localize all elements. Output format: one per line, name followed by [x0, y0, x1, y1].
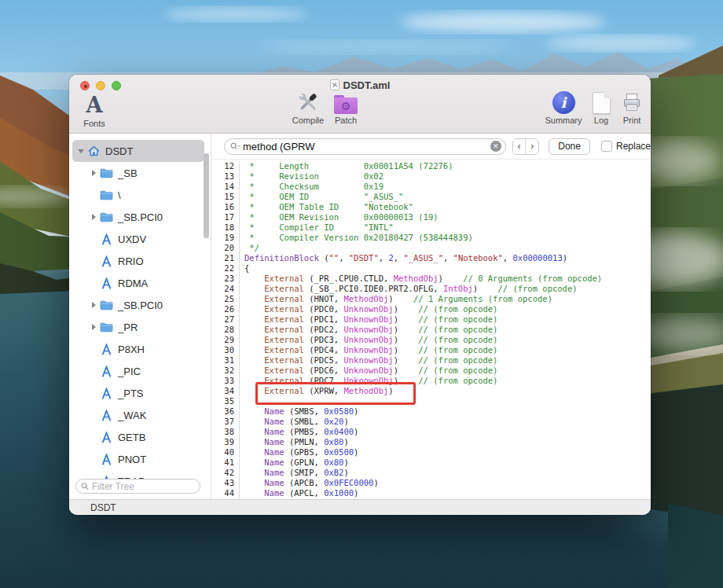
sidebar-item-sb[interactable]: _SB — [72, 162, 204, 184]
folder-icon — [99, 167, 113, 179]
code-line[interactable]: 40 Name (GPBS, 0x0500) — [211, 447, 651, 458]
clear-search-icon[interactable]: ✕ — [490, 141, 501, 152]
code-line[interactable]: 25 External (HNOT, MethodObj) // 1 Argum… — [211, 294, 651, 304]
compile-button[interactable]: Compile — [288, 89, 328, 125]
filter-tree-input[interactable] — [92, 481, 195, 492]
code-line[interactable]: 31 External (PDC5, UnknownObj) // (from … — [211, 355, 651, 366]
filter-tree-field[interactable] — [75, 479, 200, 494]
chevron-right-icon[interactable] — [88, 302, 99, 308]
code-line[interactable]: 35 — [211, 396, 651, 406]
replace-option[interactable]: Replace — [601, 141, 651, 152]
line-text: External (PDC5, UnknownObj) // (from opc… — [240, 355, 497, 366]
code-line[interactable]: 28 External (PDC2, UnknownObj) // (from … — [211, 325, 651, 335]
line-text: External (PDC0, UnknownObj) // (from opc… — [240, 304, 497, 314]
home-icon — [86, 145, 101, 157]
code-line[interactable]: 18 * Compiler ID "INTL" — [211, 222, 651, 233]
code-line[interactable]: 30 External (PDC4, UnknownObj) // (from … — [211, 345, 651, 355]
sidebar-item-pnot[interactable]: PNOT — [72, 448, 204, 470]
line-text: * Compiler ID "INTL" — [240, 222, 394, 233]
line-number: 39 — [211, 437, 240, 447]
code-line[interactable]: 39 Name (PMLN, 0x80) — [211, 437, 651, 447]
line-number: 27 — [211, 314, 240, 325]
code-line[interactable]: 13 * Revision 0x02 — [211, 171, 651, 182]
line-number: 17 — [211, 212, 240, 222]
sidebar-item-[interactable]: \ — [72, 184, 204, 206]
find-next-button[interactable]: › — [526, 139, 538, 154]
code-editor[interactable]: 12 * Length 0x00011A54 (72276)13 * Revis… — [211, 160, 651, 499]
code-line[interactable]: 16 * OEM Table ID "Notebook" — [211, 202, 651, 212]
tree-item-label: _PIC — [118, 366, 141, 377]
line-text: { — [240, 263, 249, 274]
find-field[interactable]: ✕ — [224, 138, 506, 155]
line-text: Name (PMLN, 0x80) — [240, 437, 349, 447]
code-line[interactable]: 27 External (PDC1, UnknownObj) // (from … — [211, 314, 651, 325]
code-line[interactable]: 44 Name (APCL, 0x1000) — [211, 488, 651, 498]
tree-item-label: _PR — [118, 322, 138, 333]
code-line[interactable]: 14 * Checksum 0x19 — [211, 182, 651, 192]
line-text: Name (SMBS, 0x0580) — [240, 406, 358, 417]
sidebar-item-rdma[interactable]: RDMA — [72, 272, 204, 294]
code-line[interactable]: 38 Name (PMBS, 0x0400) — [211, 427, 651, 437]
code-line[interactable]: 26 External (PDC0, UnknownObj) // (from … — [211, 304, 651, 314]
code-line[interactable]: 24 External (_SB_.PCI0.IDE0.PRT2.OFLG, I… — [211, 284, 651, 294]
method-icon — [99, 343, 113, 355]
sidebar-item-pic[interactable]: _PIC — [72, 360, 204, 382]
code-line[interactable]: 22{ — [211, 263, 651, 274]
code-line[interactable]: 37 Name (SMBL, 0x20) — [211, 417, 651, 427]
code-line[interactable]: 42 Name (SMIP, 0xB2) — [211, 468, 651, 478]
line-number: 36 — [211, 406, 240, 417]
replace-checkbox[interactable] — [601, 141, 612, 152]
fonts-button[interactable]: A Fonts — [77, 92, 112, 128]
tree-item-label: UXDV — [118, 233, 146, 245]
status-bar: DSDT — [69, 499, 651, 515]
sidebar-item-wak[interactable]: _WAK — [72, 404, 204, 426]
sidebar-item-sbpci0[interactable]: _SB.PCI0 — [72, 294, 204, 316]
find-input[interactable] — [243, 141, 488, 153]
sidebar-item-sbpci0[interactable]: _SB.PCI0 — [72, 206, 204, 228]
patch-button[interactable]: ⚙ Patch — [328, 89, 363, 125]
chevron-right-icon[interactable] — [88, 324, 99, 330]
info-icon: i — [552, 91, 575, 114]
code-line[interactable]: 41 Name (GPLN, 0x80) — [211, 458, 651, 468]
code-line[interactable]: 33 External (PDC7, UnknownObj) // (from … — [211, 376, 651, 386]
line-text: Name (APCB, 0x0FEC0000) — [240, 478, 379, 488]
find-previous-button[interactable]: ‹ — [513, 139, 526, 154]
sidebar-scrollbar[interactable] — [204, 153, 209, 238]
code-line[interactable]: 17 * OEM Revision 0x00000013 (19) — [211, 212, 651, 222]
folder-icon — [99, 189, 113, 201]
tree-item-label: PNOT — [118, 454, 146, 465]
sidebar-item-getb[interactable]: GETB — [72, 426, 204, 448]
chevron-right-icon[interactable] — [88, 214, 99, 220]
line-text: External (XPRW, MethodObj) — [240, 386, 394, 396]
chevron-right-icon[interactable] — [88, 170, 99, 176]
line-number: 16 — [211, 202, 240, 212]
sidebar-item-rrio[interactable]: RRIO — [72, 250, 204, 272]
log-button[interactable]: Log — [589, 89, 614, 125]
code-line[interactable]: 32 External (PDC6, UnknownObj) // (from … — [211, 366, 651, 376]
tree-item-label: RDMA — [118, 277, 148, 289]
line-text: * Compiler Version 0x20180427 (538444839… — [240, 233, 473, 243]
sidebar-item-dsdt[interactable]: DSDT — [72, 140, 204, 162]
code-line[interactable]: 23 External (_PR_.CPU0.CTLD, MethodObj) … — [211, 274, 651, 284]
summary-button[interactable]: i Summary — [541, 89, 586, 125]
line-text: * OEM Table ID "Notebook" — [240, 202, 413, 212]
code-line[interactable]: 19 * Compiler Version 0x20180427 (538444… — [211, 233, 651, 243]
search-menu-icon[interactable] — [230, 141, 240, 151]
chevron-down-icon[interactable] — [75, 149, 86, 153]
print-button[interactable]: Print — [618, 89, 646, 125]
sidebar-item-uxdv[interactable]: UXDV — [72, 228, 204, 250]
code-line[interactable]: 12 * Length 0x00011A54 (72276) — [211, 161, 651, 171]
sidebar-item-p8xh[interactable]: P8XH — [72, 338, 204, 360]
line-number: 25 — [211, 294, 240, 304]
code-line[interactable]: 36 Name (SMBS, 0x0580) — [211, 406, 651, 417]
sidebar-item-pts[interactable]: _PTS — [72, 382, 204, 404]
code-line[interactable]: 15 * OEM ID "_ASUS_" — [211, 192, 651, 202]
sidebar-item-pr[interactable]: _PR — [72, 316, 204, 338]
code-line[interactable]: 34 External (XPRW, MethodObj) — [211, 386, 651, 396]
done-button[interactable]: Done — [549, 138, 590, 155]
code-line[interactable]: 29 External (PDC3, UnknownObj) // (from … — [211, 335, 651, 345]
code-line[interactable]: 20 */ — [211, 243, 651, 253]
code-line[interactable]: 21DefinitionBlock ("", "DSDT", 2, "_ASUS… — [211, 253, 651, 263]
line-number: 19 — [211, 233, 240, 243]
code-line[interactable]: 43 Name (APCB, 0x0FEC0000) — [211, 478, 651, 488]
